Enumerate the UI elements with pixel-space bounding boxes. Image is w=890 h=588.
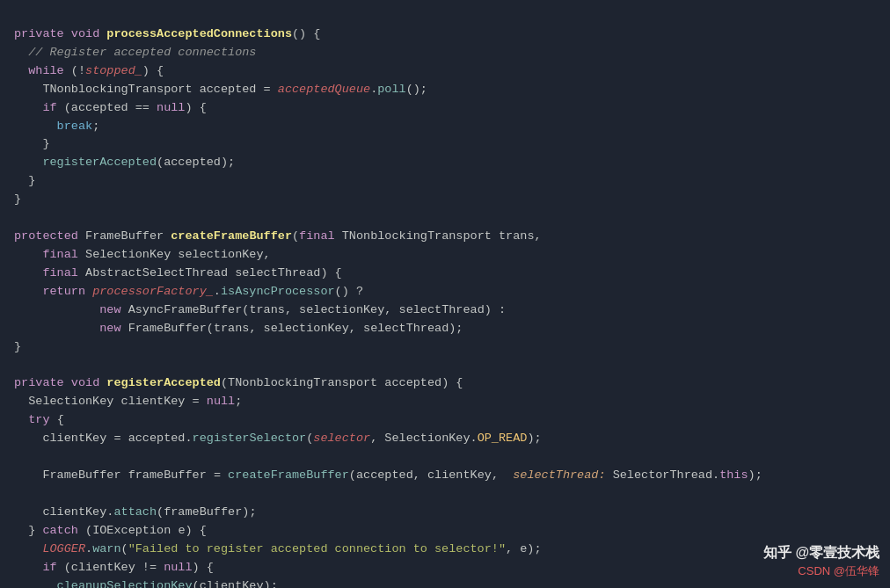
code-line-27: clientKey.attach(frameBuffer); [14, 505, 256, 519]
code-line-8: registerAccepted(accepted); [14, 156, 235, 169]
code-line-7: } [14, 137, 50, 150]
watermark-line1: 知乎 @零壹技术栈 [763, 543, 879, 563]
code-line-31: cleanupSelectionKey(clientKey); [14, 579, 278, 588]
code-line-17: new FrameBuffer(trans, selectionKey, sel… [14, 322, 463, 335]
code-viewer: private void processAcceptedConnections(… [0, 0, 890, 588]
code-line-14: final AbstractSelectThread selectThread)… [14, 266, 342, 279]
code-line-4: TNonblockingTransport accepted = accepte… [14, 83, 427, 96]
code-line-5: if (accepted == null) { [14, 101, 207, 114]
code-line-23: clientKey = accepted.registerSelector(se… [14, 432, 542, 445]
code-line-15: return processorFactory_.isAsyncProcesso… [14, 285, 363, 298]
code-line-3: while (!stopped_) { [14, 64, 164, 77]
code-line-28: } catch (IOException e) { [14, 524, 207, 537]
code-line-12: protected FrameBuffer createFrameBuffer(… [14, 229, 542, 243]
code-line-22: try { [14, 413, 64, 426]
code-line-10: } [14, 192, 21, 206]
code-line-1: private void processAcceptedConnections(… [14, 27, 320, 40]
code-line-18: } [14, 340, 21, 353]
code-line-20: private void registerAccepted(TNonblocki… [14, 376, 463, 389]
code-line-2: // Register accepted connections [14, 46, 256, 59]
watermark: 知乎 @零壹技术栈 CSDN @伍华锋 [763, 543, 879, 579]
code-line-25: FrameBuffer frameBuffer = createFrameBuf… [14, 468, 762, 482]
watermark-line2: CSDN @伍华锋 [763, 563, 879, 579]
code-line-21: SelectionKey clientKey = null; [14, 395, 242, 408]
code-line-6: break; [14, 120, 99, 133]
code-line-13: final SelectionKey selectionKey, [14, 248, 271, 261]
code-line-30: if (clientKey != null) { [14, 561, 214, 574]
code-line-9: } [14, 174, 35, 187]
code-line-16: new AsyncFrameBuffer(trans, selectionKey… [14, 303, 506, 316]
code-line-29: LOGGER.warn("Failed to register accepted… [14, 542, 542, 555]
